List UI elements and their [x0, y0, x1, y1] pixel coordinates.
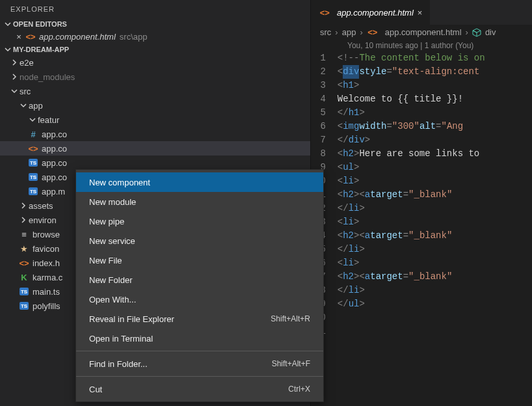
line-number: 3 — [315, 79, 326, 92]
gitlens-blame: You, 10 minutes ago | 1 author (You) — [311, 40, 532, 51]
code-line[interactable]: <h2>Here are some links to — [338, 147, 485, 161]
code-line[interactable]: <ul> — [338, 161, 485, 174]
line-number: 2 — [315, 65, 326, 79]
chevron-right-icon: › — [360, 27, 362, 37]
chevron-right-icon — [9, 74, 20, 80]
tree-label: src — [20, 87, 31, 96]
code-line[interactable]: <div style="text-align:cent — [338, 65, 485, 79]
tree-label: node_modules — [20, 72, 75, 82]
menu-item[interactable]: New Folder — [76, 270, 323, 290]
code-line[interactable] — [338, 311, 485, 325]
tree-label: e2e — [20, 58, 34, 68]
code-line[interactable]: </li> — [338, 243, 485, 256]
menu-separator — [76, 376, 323, 377]
tree-label: favicon — [33, 244, 59, 254]
chevron-right-icon: › — [335, 27, 338, 37]
line-number: 7 — [315, 133, 326, 147]
code-line[interactable]: <li> — [338, 215, 485, 229]
menu-item[interactable]: New pipe — [76, 211, 323, 231]
code-line[interactable] — [338, 325, 485, 338]
tree-label: assets — [29, 201, 53, 211]
star-icon: ★ — [20, 244, 28, 254]
line-number: 6 — [315, 120, 326, 133]
code-content[interactable]: <!--The content below is on<div style="t… — [338, 51, 485, 406]
code-line[interactable]: <h2><a target="_blank" — [338, 229, 485, 243]
open-editors-header[interactable]: OPEN EDITORS — [0, 18, 310, 30]
html-icon: <> — [319, 8, 330, 18]
tree-label: app.co — [42, 144, 67, 154]
menu-label: New service — [89, 236, 135, 246]
css-icon: # — [31, 129, 35, 139]
breadcrumb-item[interactable]: app — [342, 27, 356, 37]
element-icon — [472, 28, 481, 37]
menu-item[interactable]: Open With... — [76, 290, 323, 309]
folder-item[interactable]: node_modules — [0, 70, 310, 84]
line-number: 8 — [315, 147, 326, 161]
chevron-right-icon: › — [466, 27, 468, 37]
menu-item[interactable]: New service — [76, 231, 323, 250]
menu-label: Open With... — [89, 295, 136, 304]
tree-label: app.co — [42, 158, 67, 168]
code-line[interactable]: </h1> — [338, 106, 485, 120]
tree-label: app.co — [42, 129, 67, 139]
file-item[interactable]: <>app.co — [0, 141, 310, 156]
close-icon[interactable]: × — [418, 8, 423, 18]
code-editor[interactable]: 123456789101112131415161718192021 <!--Th… — [311, 51, 532, 406]
html-icon: <> — [25, 32, 36, 42]
tree-label: featur — [38, 115, 59, 125]
menu-label: New File — [89, 256, 122, 265]
chevron-down-icon — [27, 116, 38, 123]
typescript-icon: TS — [29, 187, 38, 195]
karma-icon: K — [21, 273, 27, 282]
typescript-icon: TS — [29, 173, 38, 181]
menu-label: Reveal in File Explorer — [89, 314, 174, 324]
file-item[interactable]: TSapp.co — [0, 156, 310, 170]
typescript-icon: TS — [20, 302, 29, 310]
line-number: 5 — [315, 106, 326, 120]
code-line[interactable]: </li> — [338, 284, 485, 297]
folder-item[interactable]: e2e — [0, 55, 310, 70]
tree-label: environ — [29, 215, 57, 225]
project-header[interactable]: MY-DREAM-APP — [0, 44, 310, 55]
breadcrumb-item[interactable]: src — [320, 27, 331, 37]
code-line[interactable]: <!--The content below is on — [338, 51, 485, 65]
chevron-down-icon — [9, 88, 20, 94]
chevron-right-icon — [9, 59, 20, 66]
code-line[interactable]: Welcome to {{ title }}! — [338, 92, 485, 106]
open-editor-path: src\app — [120, 32, 148, 42]
menu-item[interactable]: Open in Terminal — [76, 329, 323, 348]
code-line[interactable]: <li> — [338, 256, 485, 270]
menu-shortcut: Shift+Alt+R — [271, 314, 310, 323]
menu-item[interactable]: New File — [76, 250, 323, 270]
code-line[interactable]: </ul> — [338, 297, 485, 311]
code-line[interactable]: </div> — [338, 133, 485, 147]
code-line[interactable]: <h1> — [338, 79, 485, 92]
tree-label: karma.c — [33, 273, 62, 282]
code-line[interactable]: <img width="300" alt="Ang — [338, 120, 485, 133]
file-item[interactable]: #app.co — [0, 127, 310, 141]
code-line[interactable]: </li> — [338, 202, 485, 215]
tab-app-component[interactable]: <> app.component.html × — [311, 0, 430, 25]
chevron-right-icon — [18, 202, 29, 209]
code-line[interactable]: <li> — [338, 174, 485, 188]
close-icon[interactable]: × — [13, 32, 25, 42]
folder-item[interactable]: app — [0, 98, 310, 113]
tree-label: app — [29, 101, 43, 111]
menu-label: Cut — [89, 385, 102, 394]
code-line[interactable]: <h2><a target="_blank" — [338, 188, 485, 202]
tree-label: polyfills — [33, 301, 60, 311]
menu-item[interactable]: CutCtrl+X — [76, 379, 323, 399]
list-icon: ≡ — [21, 230, 27, 239]
code-line[interactable]: <h2><a target="_blank" — [338, 270, 485, 284]
menu-item[interactable]: Find in Folder...Shift+Alt+F — [76, 354, 323, 373]
folder-item[interactable]: src — [0, 84, 310, 98]
breadcrumb-item[interactable]: app.component.html — [385, 27, 462, 37]
editor-panel: <> app.component.html × src › app › <> a… — [310, 0, 532, 406]
folder-item[interactable]: featur — [0, 113, 310, 127]
breadcrumb-item[interactable]: div — [485, 27, 496, 37]
menu-item[interactable]: Reveal in File ExplorerShift+Alt+R — [76, 309, 323, 329]
open-editor-item[interactable]: × <> app.component.html src\app — [0, 30, 310, 44]
breadcrumb[interactable]: src › app › <> app.component.html › div — [311, 25, 532, 40]
menu-item[interactable]: New module — [76, 192, 323, 211]
menu-item[interactable]: New component — [76, 172, 323, 192]
